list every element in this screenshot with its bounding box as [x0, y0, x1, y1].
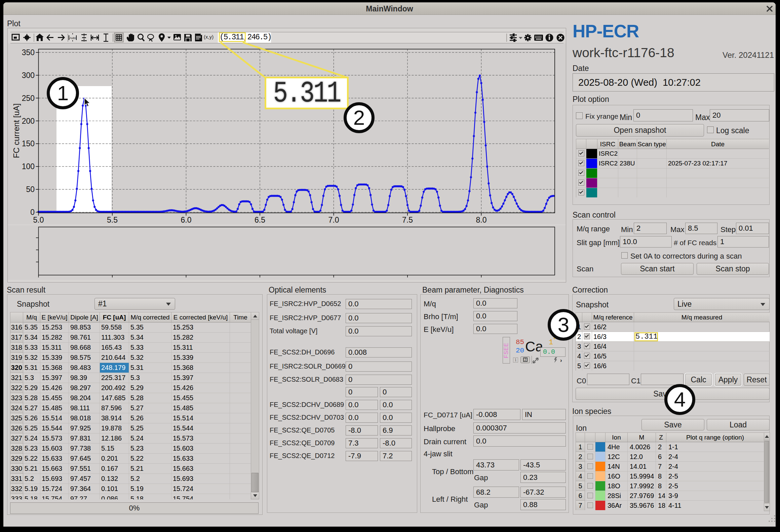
svg-text:FC current [uA]: FC current [uA]	[12, 104, 21, 158]
svg-text:250: 250	[22, 94, 35, 103]
svg-text:5.0: 5.0	[33, 216, 44, 224]
svg-text:200: 200	[22, 117, 35, 125]
svg-text:50: 50	[26, 185, 35, 194]
svg-text:150: 150	[22, 139, 35, 148]
svg-text:5.5: 5.5	[107, 216, 118, 224]
svg-text:7.5: 7.5	[402, 216, 413, 224]
svg-text:7.0: 7.0	[328, 216, 339, 224]
svg-text:300: 300	[22, 71, 35, 80]
svg-text:350: 350	[22, 48, 35, 57]
svg-text:6.5: 6.5	[255, 216, 265, 224]
svg-text:8.0: 8.0	[476, 216, 487, 224]
svg-text:6.0: 6.0	[181, 216, 192, 224]
svg-text:100: 100	[22, 162, 35, 171]
svg-text:0: 0	[30, 208, 35, 217]
